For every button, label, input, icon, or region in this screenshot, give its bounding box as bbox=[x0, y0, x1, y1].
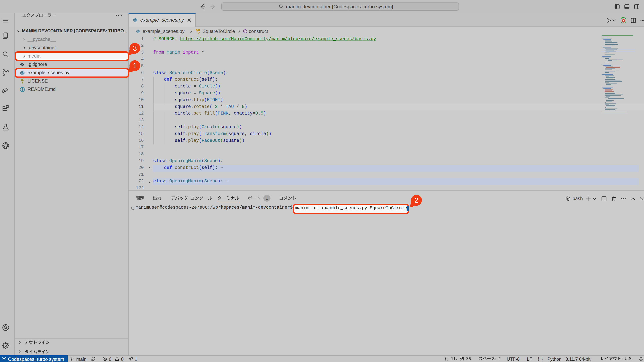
svg-text:2: 2 bbox=[414, 196, 418, 204]
svg-text:1: 1 bbox=[133, 61, 137, 69]
svg-text:3: 3 bbox=[133, 44, 137, 52]
